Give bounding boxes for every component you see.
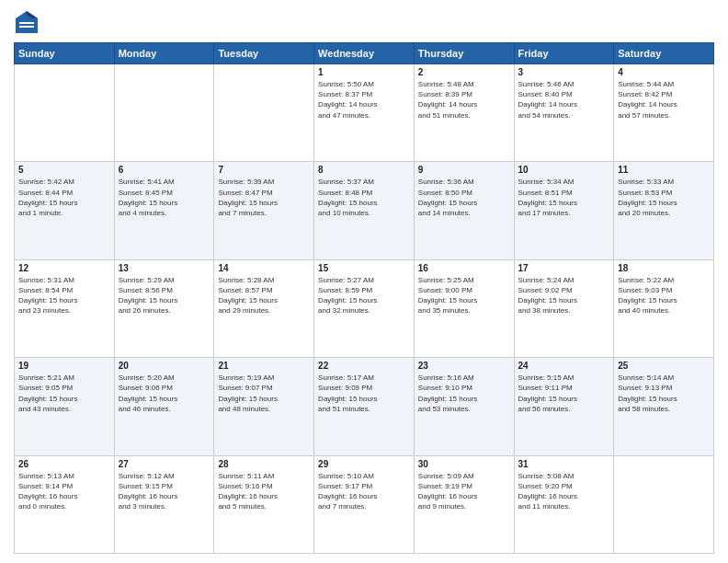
- cell-info-text: Sunrise: 5:31 AM Sunset: 8:54 PM Dayligh…: [18, 275, 110, 316]
- cell-date-number: 2: [418, 67, 510, 77]
- cell-info-text: Sunrise: 5:48 AM Sunset: 8:39 PM Dayligh…: [418, 79, 510, 121]
- cell-info-text: Sunrise: 5:27 AM Sunset: 8:59 PM Dayligh…: [318, 275, 410, 316]
- cell-date-number: 7: [218, 165, 310, 175]
- calendar-cell: 12Sunrise: 5:31 AM Sunset: 8:54 PM Dayli…: [15, 259, 115, 357]
- calendar-cell: 23Sunrise: 5:16 AM Sunset: 9:10 PM Dayli…: [414, 358, 514, 455]
- cell-info-text: Sunrise: 5:46 AM Sunset: 8:40 PM Dayligh…: [518, 79, 610, 121]
- cell-info-text: Sunrise: 5:14 AM Sunset: 9:13 PM Dayligh…: [618, 373, 710, 414]
- cell-info-text: Sunrise: 5:50 AM Sunset: 8:37 PM Dayligh…: [318, 79, 410, 121]
- cell-date-number: 26: [18, 459, 110, 469]
- cell-info-text: Sunrise: 5:15 AM Sunset: 9:11 PM Dayligh…: [518, 373, 610, 414]
- calendar-cell: 29Sunrise: 5:10 AM Sunset: 9:17 PM Dayli…: [314, 455, 415, 553]
- cell-info-text: Sunrise: 5:10 AM Sunset: 9:17 PM Dayligh…: [318, 471, 410, 512]
- cell-info-text: Sunrise: 5:29 AM Sunset: 8:56 PM Dayligh…: [119, 275, 210, 316]
- cell-date-number: 15: [318, 263, 410, 273]
- weekday-header-thursday: Thursday: [414, 43, 514, 64]
- cell-info-text: Sunrise: 5:19 AM Sunset: 9:07 PM Dayligh…: [218, 373, 310, 414]
- cell-date-number: 25: [618, 361, 710, 371]
- cell-date-number: 12: [18, 263, 110, 273]
- calendar-row-3: 12Sunrise: 5:31 AM Sunset: 8:54 PM Dayli…: [15, 259, 714, 357]
- cell-info-text: Sunrise: 5:11 AM Sunset: 9:16 PM Dayligh…: [218, 471, 310, 512]
- calendar-cell: 26Sunrise: 5:13 AM Sunset: 9:14 PM Dayli…: [15, 455, 115, 553]
- cell-info-text: Sunrise: 5:09 AM Sunset: 9:19 PM Dayligh…: [418, 471, 510, 512]
- cell-info-text: Sunrise: 5:16 AM Sunset: 9:10 PM Dayligh…: [418, 373, 510, 414]
- weekday-header-friday: Friday: [514, 43, 614, 64]
- calendar-cell: 9Sunrise: 5:36 AM Sunset: 8:50 PM Daylig…: [414, 162, 514, 259]
- calendar-cell: 30Sunrise: 5:09 AM Sunset: 9:19 PM Dayli…: [414, 455, 514, 553]
- calendar-cell: 6Sunrise: 5:41 AM Sunset: 8:45 PM Daylig…: [114, 162, 214, 259]
- cell-info-text: Sunrise: 5:37 AM Sunset: 8:48 PM Dayligh…: [318, 177, 410, 218]
- cell-info-text: Sunrise: 5:28 AM Sunset: 8:57 PM Dayligh…: [218, 275, 310, 316]
- cell-date-number: 5: [18, 165, 110, 175]
- cell-info-text: Sunrise: 5:13 AM Sunset: 9:14 PM Dayligh…: [18, 471, 110, 512]
- cell-date-number: 11: [618, 165, 710, 175]
- header: [14, 9, 714, 35]
- calendar-cell: 10Sunrise: 5:34 AM Sunset: 8:51 PM Dayli…: [514, 162, 614, 259]
- cell-date-number: 31: [518, 459, 610, 469]
- cell-info-text: Sunrise: 5:44 AM Sunset: 8:42 PM Dayligh…: [618, 79, 710, 121]
- cell-date-number: 20: [119, 361, 210, 371]
- calendar-table: SundayMondayTuesdayWednesdayThursdayFrid…: [14, 42, 714, 554]
- calendar-cell: 4Sunrise: 5:44 AM Sunset: 8:42 PM Daylig…: [614, 64, 714, 162]
- cell-info-text: Sunrise: 5:36 AM Sunset: 8:50 PM Dayligh…: [418, 177, 510, 218]
- calendar-cell: 22Sunrise: 5:17 AM Sunset: 9:09 PM Dayli…: [314, 358, 415, 455]
- cell-info-text: Sunrise: 5:22 AM Sunset: 9:03 PM Dayligh…: [618, 275, 710, 316]
- calendar-cell: 17Sunrise: 5:24 AM Sunset: 9:02 PM Dayli…: [514, 259, 614, 357]
- cell-date-number: 28: [218, 459, 310, 469]
- calendar-cell: 14Sunrise: 5:28 AM Sunset: 8:57 PM Dayli…: [214, 259, 314, 357]
- cell-info-text: Sunrise: 5:17 AM Sunset: 9:09 PM Dayligh…: [318, 373, 410, 414]
- calendar-cell: 28Sunrise: 5:11 AM Sunset: 9:16 PM Dayli…: [214, 455, 314, 553]
- cell-date-number: 13: [119, 263, 210, 273]
- calendar-cell: 19Sunrise: 5:21 AM Sunset: 9:05 PM Dayli…: [15, 358, 115, 455]
- cell-date-number: 17: [518, 263, 610, 273]
- calendar-row-1: 1Sunrise: 5:50 AM Sunset: 8:37 PM Daylig…: [15, 64, 714, 162]
- cell-info-text: Sunrise: 5:12 AM Sunset: 9:15 PM Dayligh…: [119, 471, 210, 512]
- calendar-row-5: 26Sunrise: 5:13 AM Sunset: 9:14 PM Dayli…: [15, 455, 714, 553]
- svg-rect-2: [19, 22, 34, 24]
- cell-info-text: Sunrise: 5:41 AM Sunset: 8:45 PM Dayligh…: [119, 177, 210, 218]
- calendar-cell: 15Sunrise: 5:27 AM Sunset: 8:59 PM Dayli…: [314, 259, 415, 357]
- calendar-cell: 20Sunrise: 5:20 AM Sunset: 9:06 PM Dayli…: [114, 358, 214, 455]
- logo-icon: [14, 9, 40, 35]
- cell-info-text: Sunrise: 5:42 AM Sunset: 8:44 PM Dayligh…: [18, 177, 110, 218]
- calendar-cell: 13Sunrise: 5:29 AM Sunset: 8:56 PM Dayli…: [114, 259, 214, 357]
- cell-date-number: 1: [318, 67, 410, 77]
- weekday-header-saturday: Saturday: [614, 43, 714, 64]
- calendar-cell: 7Sunrise: 5:39 AM Sunset: 8:47 PM Daylig…: [214, 162, 314, 259]
- calendar-cell: [614, 455, 714, 553]
- cell-date-number: 4: [618, 67, 710, 77]
- cell-date-number: 10: [518, 165, 610, 175]
- cell-date-number: 16: [418, 263, 510, 273]
- calendar-cell: [15, 64, 115, 162]
- cell-date-number: 9: [418, 165, 510, 175]
- cell-date-number: 14: [218, 263, 310, 273]
- weekday-header-sunday: Sunday: [15, 43, 115, 64]
- calendar-cell: 18Sunrise: 5:22 AM Sunset: 9:03 PM Dayli…: [614, 259, 714, 357]
- cell-date-number: 22: [318, 361, 410, 371]
- weekday-header-tuesday: Tuesday: [214, 43, 314, 64]
- cell-info-text: Sunrise: 5:08 AM Sunset: 9:20 PM Dayligh…: [518, 471, 610, 512]
- cell-info-text: Sunrise: 5:21 AM Sunset: 9:05 PM Dayligh…: [18, 373, 110, 414]
- calendar-row-2: 5Sunrise: 5:42 AM Sunset: 8:44 PM Daylig…: [15, 162, 714, 259]
- cell-date-number: 23: [418, 361, 510, 371]
- cell-date-number: 27: [119, 459, 210, 469]
- cell-date-number: 6: [119, 165, 210, 175]
- cell-info-text: Sunrise: 5:39 AM Sunset: 8:47 PM Dayligh…: [218, 177, 310, 218]
- cell-date-number: 19: [18, 361, 110, 371]
- svg-rect-3: [19, 26, 34, 28]
- cell-date-number: 3: [518, 67, 610, 77]
- cell-date-number: 29: [318, 459, 410, 469]
- cell-info-text: Sunrise: 5:24 AM Sunset: 9:02 PM Dayligh…: [518, 275, 610, 316]
- calendar-cell: 24Sunrise: 5:15 AM Sunset: 9:11 PM Dayli…: [514, 358, 614, 455]
- page: SundayMondayTuesdayWednesdayThursdayFrid…: [0, 0, 728, 563]
- calendar-cell: [114, 64, 214, 162]
- calendar-cell: 21Sunrise: 5:19 AM Sunset: 9:07 PM Dayli…: [214, 358, 314, 455]
- cell-info-text: Sunrise: 5:34 AM Sunset: 8:51 PM Dayligh…: [518, 177, 610, 218]
- cell-date-number: 21: [218, 361, 310, 371]
- calendar-cell: 2Sunrise: 5:48 AM Sunset: 8:39 PM Daylig…: [414, 64, 514, 162]
- cell-date-number: 18: [618, 263, 710, 273]
- logo: [14, 9, 43, 35]
- cell-info-text: Sunrise: 5:33 AM Sunset: 8:53 PM Dayligh…: [618, 177, 710, 218]
- calendar-row-4: 19Sunrise: 5:21 AM Sunset: 9:05 PM Dayli…: [15, 358, 714, 455]
- cell-date-number: 24: [518, 361, 610, 371]
